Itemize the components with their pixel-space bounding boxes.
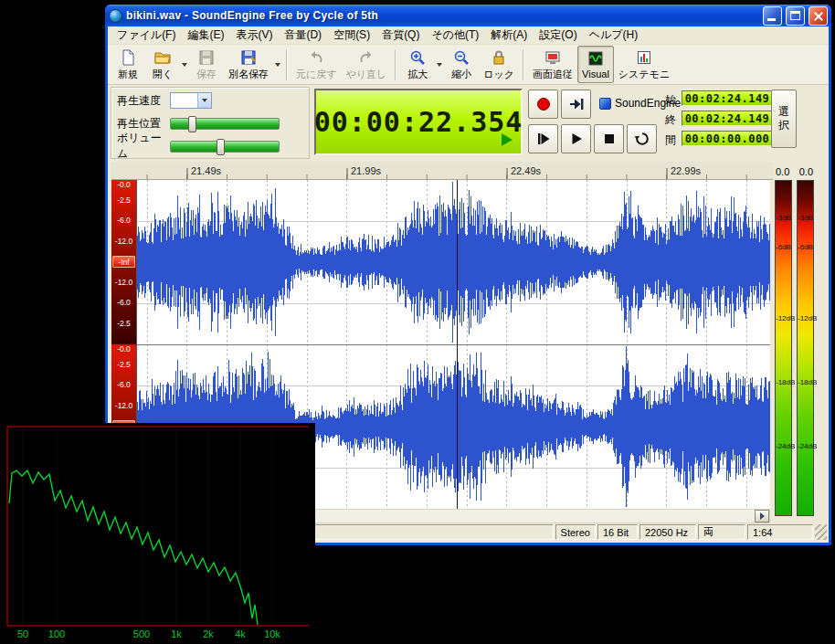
stop-button[interactable] bbox=[594, 124, 624, 153]
menu-others[interactable]: その他(T) bbox=[426, 26, 484, 45]
menu-volume[interactable]: 音量(D) bbox=[279, 26, 327, 45]
play-icon bbox=[568, 131, 585, 147]
save-as-button[interactable]: 別名保存 bbox=[224, 46, 273, 83]
select-range-button[interactable]: 選択 bbox=[771, 90, 797, 148]
save-button[interactable]: 保存 bbox=[189, 46, 224, 83]
screen-follow-button[interactable]: 画面追従 bbox=[528, 46, 577, 83]
menu-bar: ファイル(F) 編集(E) 表示(V) 音量(D) 空間(S) 音質(Q) その… bbox=[108, 26, 829, 45]
db-inf-button[interactable]: -Inf bbox=[112, 256, 135, 268]
db-scale-label: -12.0 bbox=[111, 279, 136, 287]
playback-settings-block: 再生速度 再生位置 ボリューム bbox=[111, 87, 310, 159]
lock-button[interactable]: ロック bbox=[479, 46, 519, 83]
visual-button-label: Visual bbox=[582, 69, 609, 79]
ruler-label: 21.49s bbox=[191, 165, 222, 176]
db-scale-label: -12.0 bbox=[111, 238, 136, 246]
meter-left: -3dB -6dB -12dB -18dB -24dB bbox=[775, 180, 792, 516]
menu-settings[interactable]: 設定(O) bbox=[534, 26, 582, 45]
zoom-in-button-label: 拡大 bbox=[407, 68, 428, 81]
open-folder-icon bbox=[153, 48, 172, 67]
time-ruler[interactable]: 21.49s21.99s22.49s22.99s bbox=[111, 162, 773, 180]
meter-right: -3dB -6dB -12dB -18dB -24dB bbox=[797, 180, 814, 516]
jump-arrow-icon bbox=[568, 96, 585, 112]
visual-button[interactable]: Visual bbox=[577, 46, 614, 83]
selection-start-label: 始 bbox=[665, 92, 676, 108]
peak-left-value: 0.0 bbox=[776, 166, 789, 177]
system-monitor-button-label: システモニ bbox=[618, 68, 670, 81]
position-slider[interactable] bbox=[170, 118, 280, 130]
frequency-label: 1k bbox=[171, 628, 182, 639]
menu-analyze[interactable]: 解析(A) bbox=[485, 26, 533, 45]
lock-button-label: ロック bbox=[483, 68, 514, 81]
menu-edit[interactable]: 編集(E) bbox=[182, 26, 229, 45]
frequency-label: 4k bbox=[235, 628, 246, 639]
ruler-label: 22.99s bbox=[671, 165, 702, 176]
undo-button[interactable]: 元に戻す bbox=[291, 46, 342, 83]
jump-to-cursor-button[interactable] bbox=[561, 90, 591, 119]
zoom-dropdown[interactable] bbox=[435, 46, 444, 83]
loop-icon bbox=[634, 131, 650, 147]
position-label: 再生位置 bbox=[117, 116, 170, 132]
scroll-right-button[interactable] bbox=[755, 510, 769, 523]
titlebar[interactable]: bikini.wav - SoundEngine Free by Cycle o… bbox=[105, 5, 831, 26]
toolbar-separator bbox=[286, 49, 288, 80]
save-as-button-label: 別名保存 bbox=[228, 68, 269, 81]
frequency-label: 100 bbox=[48, 628, 65, 639]
time-ruler-marks: 21.49s21.99s22.49s22.99s bbox=[137, 162, 770, 180]
redo-icon bbox=[357, 48, 375, 67]
db-scale-label: -2.5 bbox=[111, 196, 136, 205]
new-file-icon bbox=[119, 48, 137, 67]
open-button[interactable]: 開く bbox=[145, 46, 180, 83]
spectrum-analyzer-window: 501005001k2k4k10k bbox=[0, 423, 315, 642]
new-button[interactable]: 新規 bbox=[111, 46, 145, 83]
selection-duration-display: 00:00:00.000 bbox=[682, 131, 773, 146]
record-button[interactable] bbox=[528, 90, 558, 119]
speed-label: 再生速度 bbox=[117, 93, 170, 109]
chevron-down-icon bbox=[275, 63, 280, 67]
status-sample-rate: 22050 Hz bbox=[639, 524, 696, 540]
save-as-dropdown[interactable] bbox=[273, 46, 282, 83]
frequency-label: 2k bbox=[203, 628, 214, 639]
speed-combobox[interactable] bbox=[170, 92, 212, 109]
play-from-start-icon bbox=[535, 131, 552, 147]
db-scale-label: -6.0 bbox=[111, 216, 136, 225]
maximize-button[interactable] bbox=[786, 6, 805, 26]
chevron-down-icon bbox=[202, 99, 207, 102]
stop-icon bbox=[601, 131, 618, 147]
combo-arrow-button[interactable] bbox=[197, 93, 211, 108]
desktop-background: bikini.wav - SoundEngine Free by Cycle o… bbox=[0, 0, 835, 644]
system-monitor-button[interactable]: システモニ bbox=[614, 46, 674, 83]
menu-quality[interactable]: 音質(Q) bbox=[376, 26, 425, 45]
save-as-floppy-icon bbox=[239, 48, 258, 67]
zoom-in-icon bbox=[408, 48, 427, 67]
ruler-label: 22.49s bbox=[511, 165, 542, 176]
play-from-start-button[interactable] bbox=[528, 124, 558, 153]
zoom-out-icon bbox=[452, 48, 470, 67]
record-icon bbox=[535, 96, 552, 112]
open-dropdown[interactable] bbox=[180, 46, 189, 83]
zoom-in-button[interactable]: 拡大 bbox=[400, 46, 435, 83]
loop-button[interactable] bbox=[627, 124, 657, 153]
db-scale-label: -6.0 bbox=[111, 299, 136, 307]
zoom-out-button-label: 縮小 bbox=[451, 68, 471, 81]
redo-button[interactable]: やり直し bbox=[342, 46, 392, 83]
menu-file[interactable]: ファイル(F) bbox=[111, 26, 181, 45]
volume-slider[interactable] bbox=[170, 141, 280, 153]
minimize-button[interactable] bbox=[763, 6, 782, 26]
ruler-label: 21.99s bbox=[351, 165, 382, 176]
time-display-value: 00:00:22.354 bbox=[314, 106, 523, 138]
play-button[interactable] bbox=[561, 124, 591, 153]
spectrum-plot: 501005001k2k4k10k bbox=[0, 423, 315, 642]
toolbar: 新規 開く 保存 別名保存 bbox=[108, 45, 829, 85]
volume-slider-thumb[interactable] bbox=[217, 139, 225, 155]
db-scale-label: -0.0 bbox=[111, 181, 136, 189]
close-button[interactable] bbox=[809, 6, 828, 26]
arrow-right-icon bbox=[760, 512, 765, 520]
menu-help[interactable]: ヘルプ(H) bbox=[584, 26, 644, 45]
position-slider-thumb[interactable] bbox=[188, 116, 196, 132]
menu-view[interactable]: 表示(V) bbox=[230, 26, 278, 45]
app-icon bbox=[109, 9, 122, 23]
status-channel-mode: 両 bbox=[698, 524, 745, 540]
menu-space[interactable]: 空間(S) bbox=[328, 26, 375, 45]
resize-grip[interactable] bbox=[815, 524, 827, 540]
zoom-out-button[interactable]: 縮小 bbox=[444, 46, 479, 83]
